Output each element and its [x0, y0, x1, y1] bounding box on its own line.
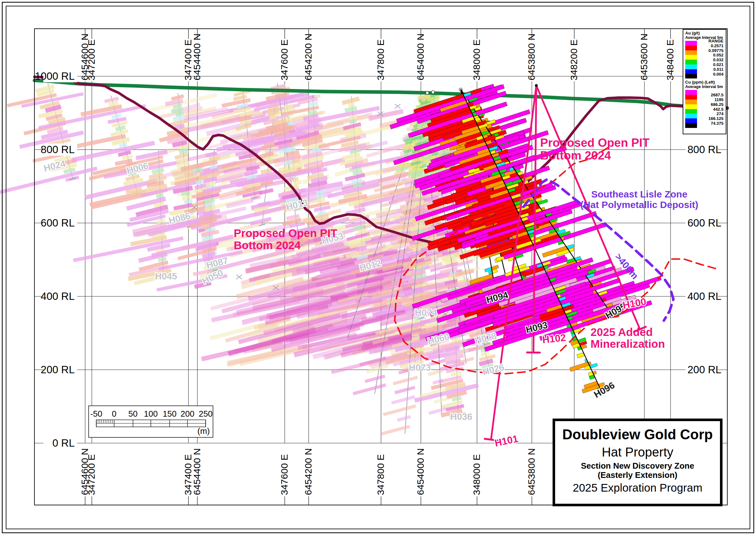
- axis-label-left: 200 RL: [41, 364, 75, 376]
- au-legend-value: 0.021: [697, 62, 724, 67]
- axis-label-right: 200 RL: [688, 364, 721, 376]
- cu-legend-subtitle: Average Interval 5m: [685, 85, 724, 89]
- drill-collar-symbol: [431, 91, 435, 94]
- annotation-line: Bottom 2024: [234, 239, 338, 251]
- assay-interval-bar: [391, 395, 416, 405]
- assay-interval-bar: [364, 375, 385, 383]
- assay-interval-bar: [393, 376, 418, 385]
- axis-label-left: 1000 RL: [35, 70, 75, 82]
- axis-label-left: 800 RL: [41, 144, 75, 155]
- scale-bar-number: 150: [163, 409, 176, 419]
- au-legend-row: 0.004: [685, 74, 724, 79]
- axis-label-bottom: 347600 E: [279, 454, 289, 495]
- au-legend-title: Au (g/t): [685, 31, 724, 35]
- axis-label-bottom: 348000 E: [471, 454, 482, 495]
- au-legend-swatch: [685, 65, 697, 69]
- axis-label-left: 600 RL: [41, 217, 75, 229]
- cu-legend-value: 1195: [697, 97, 724, 102]
- cu-legend-value: 442.5: [697, 107, 724, 112]
- au-legend-value: 0.011: [697, 67, 724, 72]
- hole-label-H102: H102: [542, 332, 566, 346]
- hole-label-H045: H045: [155, 271, 177, 281]
- cu-legend-swatch: [685, 99, 697, 104]
- cu-legend-swatch: [685, 109, 697, 114]
- axis-label-right: 800 RL: [688, 144, 721, 155]
- axis-label-left: 400 RL: [41, 290, 75, 302]
- hole-label-H073: H073: [409, 362, 431, 373]
- cu-legend-value: 166.125: [697, 116, 724, 121]
- cross-section-page: { "title_block": { "line1": "Doubleview …: [0, 0, 756, 535]
- survey-x-mark: [395, 104, 400, 108]
- scale-bar-number: 50: [128, 409, 138, 419]
- axis-label-top: 6453600 N: [639, 34, 649, 80]
- axis-label-top: 348400 E: [665, 40, 675, 80]
- axis-label-top: 347200 E: [86, 40, 96, 80]
- au-legend-swatch: [685, 74, 697, 79]
- scale-bar-number: -50: [90, 409, 102, 419]
- drill-collar-symbol: [426, 91, 429, 95]
- annotation-line: Southeast Lisle Zone: [574, 189, 705, 199]
- annotation-line: Proposed Open PIT: [540, 136, 650, 149]
- axis-label-bottom: 347200 E: [86, 454, 96, 495]
- au-legend-swatch: [685, 55, 697, 60]
- cu-legend-row: 74.375: [685, 123, 724, 128]
- scale-bar-number: 0: [112, 409, 116, 419]
- cu-legend-swatch: [685, 123, 697, 128]
- annotation-2025-added-mineralization: 2025 Added Mineralization: [590, 326, 665, 350]
- axis-label-top: 6453800 N: [526, 34, 537, 80]
- annotation-proposed-pit-left: Proposed Open PIT Bottom 2024: [234, 227, 338, 251]
- axis-label-top: 6454400 N: [192, 34, 202, 80]
- annotation-line: Bottom 2024: [540, 149, 650, 162]
- annotation-line: Proposed Open PIT: [234, 227, 338, 239]
- cu-legend-value: 2687.5: [697, 93, 724, 97]
- hole-label-H024: H024: [43, 158, 67, 174]
- au-legend-swatch: [685, 69, 697, 74]
- cu-legend-swatch: [685, 95, 697, 99]
- au-legend-swatch: [685, 60, 697, 65]
- au-legend-value: 0.032: [697, 57, 724, 62]
- axis-label-right: 600 RL: [688, 217, 721, 229]
- scale-bar-number: 200: [180, 409, 194, 419]
- annotation-southeast-lisle-zone: Southeast Lisle Zone (Hat Polymetallic D…: [574, 189, 705, 210]
- cu-legend-swatch: [685, 90, 697, 95]
- cu-legend-value: 686.25: [697, 102, 724, 107]
- cu-legend-swatch: [685, 118, 697, 123]
- assay-interval-bar: [491, 265, 499, 270]
- annotation-line: 2025 Added: [590, 326, 665, 338]
- au-legend-rows: RANGE0.25710.097750.0520.0320.0210.0110.…: [685, 41, 724, 78]
- assay-interval-bar: [394, 386, 416, 394]
- axis-label-bottom: 6453800 N: [526, 448, 537, 495]
- au-legend-swatch: [685, 41, 697, 45]
- au-legend-value: 0.2571: [697, 43, 724, 48]
- cu-legend-rows: 2687.51195686.25442.5274166.12574.375: [685, 90, 724, 127]
- section-subname: (Easterly Extension): [555, 470, 720, 480]
- program-name: 2025 Exploration Program: [555, 481, 720, 494]
- axis-label-bottom: 6454400 N: [192, 448, 202, 495]
- section-name: Section New Discovery Zone: [555, 461, 720, 470]
- scale-bar-number: 100: [144, 409, 157, 419]
- assay-interval-bar: [383, 405, 417, 416]
- axis-label-bottom: 6454000 N: [415, 448, 426, 495]
- axis-label-top: 348000 E: [471, 40, 482, 80]
- hole-label-H101: H101: [494, 433, 519, 449]
- title-block: Doubleview Gold Corp Hat Property Sectio…: [553, 419, 722, 506]
- survey-x-mark: [236, 275, 242, 279]
- axis-label-left: 0 RL: [52, 437, 75, 449]
- axis-label-bottom: 347800 E: [375, 454, 386, 495]
- au-legend-swatch: [685, 50, 697, 55]
- cu-legend-value: 74.375: [697, 121, 724, 126]
- axis-label-right: 400 RL: [688, 290, 721, 302]
- assay-interval-bar: [397, 415, 411, 422]
- proposed-collar-symbol: [535, 84, 538, 87]
- annotation-proposed-pit-right: Proposed Open PIT Bottom 2024: [540, 136, 650, 162]
- cu-legend-title: Cu (ppm) (Left): [685, 80, 724, 85]
- axis-label-top: 6454200 N: [303, 34, 313, 80]
- property-name: Hat Property: [555, 445, 720, 459]
- annotation-line: (Hat Polymetallic Deposit): [574, 199, 705, 210]
- axis-label-top: 348200 E: [569, 40, 579, 80]
- hole-label-H074: H074: [415, 308, 437, 318]
- axis-label-top: 347800 E: [375, 40, 386, 80]
- axis-label-top: 6454000 N: [415, 34, 426, 80]
- scale-bar-unit: (m): [197, 426, 210, 436]
- au-legend-value: 0.09775: [697, 48, 724, 53]
